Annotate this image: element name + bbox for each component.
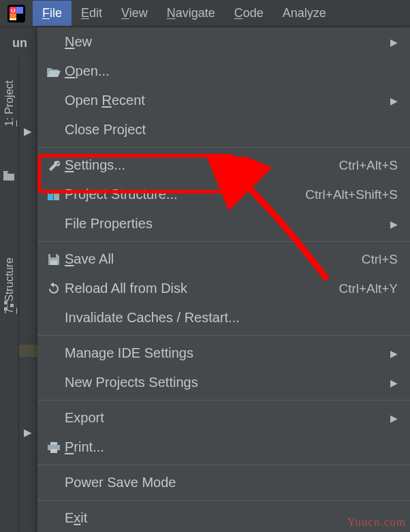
svg-rect-11 xyxy=(50,260,57,265)
folder-icon xyxy=(3,171,14,183)
chevron-right-icon[interactable]: ▶ xyxy=(24,426,32,439)
menu-open-recent[interactable]: Open Recent ▶ xyxy=(37,86,410,115)
menu-export[interactable]: Export ▶ xyxy=(37,403,410,433)
wrench-icon xyxy=(44,158,63,173)
shortcut: Ctrl+Alt+S xyxy=(338,158,398,173)
watermark: Yuucn.com xyxy=(347,516,406,529)
svg-rect-1 xyxy=(10,18,16,20)
menubar-code[interactable]: Code xyxy=(225,1,273,26)
app-logo: IJ xyxy=(7,4,26,23)
menubar-edit[interactable]: Edit xyxy=(72,1,112,26)
chevron-right-icon[interactable]: ▶ xyxy=(24,125,32,138)
project-structure-icon xyxy=(44,187,63,202)
chevron-right-icon: ▶ xyxy=(390,95,398,106)
file-menu-dropdown: New ▶ Open... Open Recent ▶ Close Projec… xyxy=(37,27,410,532)
blank-icon xyxy=(44,346,63,361)
chevron-right-icon: ▶ xyxy=(390,377,398,388)
blank-icon xyxy=(44,35,63,50)
blank-icon xyxy=(44,411,63,426)
blank-icon xyxy=(44,375,63,390)
menu-save-all[interactable]: Save All Ctrl+S xyxy=(37,245,410,274)
shortcut: Ctrl+Alt+Y xyxy=(338,281,398,296)
chevron-right-icon: ▶ xyxy=(390,219,398,230)
blank-icon xyxy=(44,217,63,232)
menu-separator xyxy=(37,500,410,501)
blank-icon xyxy=(44,511,63,526)
print-icon xyxy=(44,440,63,455)
chevron-right-icon: ▶ xyxy=(390,413,398,424)
menubar: IJ File Edit View Navigate Code Analyze xyxy=(0,0,410,27)
menu-manage-ide-settings[interactable]: Manage IDE Settings ▶ xyxy=(37,339,410,368)
blank-icon xyxy=(44,93,63,108)
menu-separator xyxy=(37,465,410,465)
menu-print[interactable]: Print... xyxy=(37,433,410,462)
svg-rect-8 xyxy=(49,193,52,194)
folder-open-icon xyxy=(44,64,63,79)
menu-separator xyxy=(37,147,410,148)
sidebar: 1: Project 7: Structure xyxy=(0,59,19,532)
svg-rect-9 xyxy=(55,193,58,194)
gutter-mark xyxy=(19,345,37,357)
blank-icon xyxy=(44,475,63,490)
svg-rect-7 xyxy=(54,191,59,200)
chevron-right-icon: ▶ xyxy=(390,37,398,48)
menu-power-save[interactable]: Power Save Mode xyxy=(37,468,410,497)
menu-file-properties[interactable]: File Properties ▶ xyxy=(37,209,410,238)
menu-new-projects-settings[interactable]: New Projects Settings ▶ xyxy=(37,368,410,397)
menu-new[interactable]: New ▶ xyxy=(37,27,410,57)
svg-rect-12 xyxy=(50,442,57,445)
blank-icon xyxy=(44,123,63,138)
menu-separator xyxy=(37,241,410,242)
shortcut: Ctrl+Alt+Shift+S xyxy=(305,187,398,202)
svg-rect-4 xyxy=(4,307,7,311)
chevron-right-icon: ▶ xyxy=(390,348,398,359)
reload-icon xyxy=(44,281,63,296)
svg-rect-10 xyxy=(50,254,56,257)
project-name: un xyxy=(12,36,27,50)
svg-rect-6 xyxy=(48,191,53,200)
svg-rect-5 xyxy=(10,304,14,307)
shortcut: Ctrl+S xyxy=(362,252,398,267)
menu-separator xyxy=(37,400,410,401)
menu-separator xyxy=(37,335,410,336)
sidebar-tab-project[interactable]: 1: Project xyxy=(2,79,17,128)
menu-invalidate-caches[interactable]: Invalidate Caches / Restart... xyxy=(37,303,410,332)
menu-open[interactable]: Open... xyxy=(37,57,410,86)
menubar-file[interactable]: File xyxy=(33,1,72,26)
blank-icon xyxy=(44,311,63,326)
menu-settings[interactable]: Settings... Ctrl+Alt+S xyxy=(37,151,410,180)
menubar-view[interactable]: View xyxy=(112,1,157,26)
menu-close-project[interactable]: Close Project xyxy=(37,115,410,144)
svg-rect-14 xyxy=(50,449,57,453)
save-icon xyxy=(44,252,63,267)
structure-icon xyxy=(3,300,14,313)
editor-gutter: ▶ ▶ xyxy=(19,59,37,532)
menu-reload[interactable]: Reload All from Disk Ctrl+Alt+Y xyxy=(37,274,410,303)
menu-project-structure[interactable]: Project Structure... Ctrl+Alt+Shift+S xyxy=(37,180,410,209)
menubar-analyze[interactable]: Analyze xyxy=(273,1,336,26)
svg-rect-3 xyxy=(4,301,7,304)
svg-text:IJ: IJ xyxy=(11,7,16,14)
menubar-navigate[interactable]: Navigate xyxy=(157,1,225,26)
toolbar: un xyxy=(0,27,37,59)
